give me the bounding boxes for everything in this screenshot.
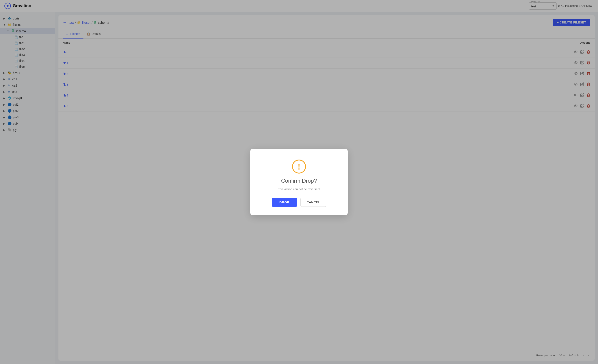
modal-overlay: ! Confirm Drop? This action can not be r… xyxy=(0,0,598,364)
svg-text:!: ! xyxy=(298,162,300,171)
cancel-button[interactable]: CANCEL xyxy=(300,198,326,207)
modal-buttons: DROP CANCEL xyxy=(272,198,326,207)
modal-title: Confirm Drop? xyxy=(281,178,317,184)
drop-button[interactable]: DROP xyxy=(272,198,297,207)
confirm-drop-modal: ! Confirm Drop? This action can not be r… xyxy=(250,149,348,215)
modal-subtitle: This action can not be reversed! xyxy=(278,187,320,191)
warning-icon: ! xyxy=(291,159,307,174)
